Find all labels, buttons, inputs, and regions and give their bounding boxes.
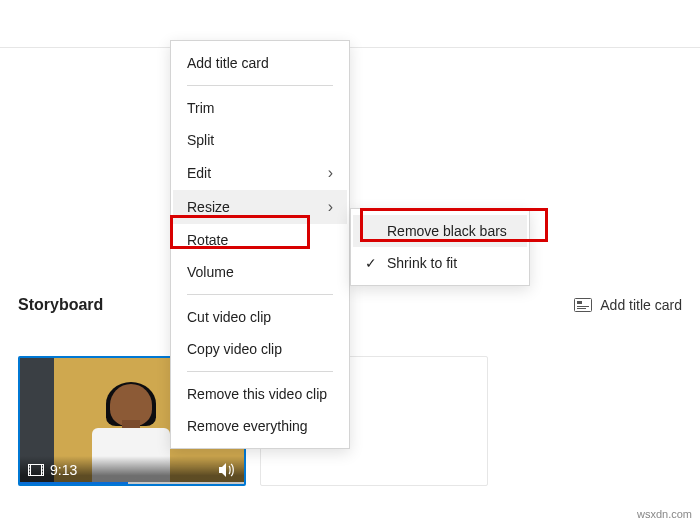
context-menu: Add title card Trim Split Edit › Resize … — [170, 40, 350, 449]
chevron-right-icon: › — [328, 164, 333, 182]
clip-overlay: 9:13 — [20, 456, 244, 484]
menu-item-split[interactable]: Split — [173, 124, 347, 156]
add-title-card-label: Add title card — [600, 297, 682, 313]
menu-item-label: Resize — [187, 199, 230, 215]
menu-separator — [187, 294, 333, 295]
menu-item-label: Split — [187, 132, 214, 148]
menu-item-label: Remove everything — [187, 418, 308, 434]
storyboard-header: Storyboard Add title card — [0, 284, 700, 322]
watermark: wsxdn.com — [637, 508, 692, 520]
resize-submenu: Remove black bars ✓ Shrink to fit — [350, 208, 530, 286]
title-card-icon — [574, 298, 592, 312]
clip-progress-track — [20, 482, 244, 486]
submenu-item-label: Remove black bars — [387, 223, 507, 239]
check-icon: ✓ — [365, 255, 379, 271]
menu-item-label: Add title card — [187, 55, 269, 71]
svg-rect-1 — [577, 301, 582, 304]
storyboard-title: Storyboard — [18, 296, 103, 314]
menu-item-label: Trim — [187, 100, 214, 116]
svg-rect-3 — [577, 308, 586, 309]
top-toolbar — [0, 0, 700, 48]
menu-item-label: Edit — [187, 165, 211, 181]
submenu-remove-black-bars[interactable]: Remove black bars — [353, 215, 527, 247]
add-title-card-button[interactable]: Add title card — [574, 297, 682, 313]
menu-item-label: Cut video clip — [187, 309, 271, 325]
film-icon — [28, 464, 44, 476]
menu-item-cut[interactable]: Cut video clip — [173, 301, 347, 333]
svg-rect-0 — [575, 299, 592, 312]
menu-separator — [187, 371, 333, 372]
menu-item-remove-clip[interactable]: Remove this video clip — [173, 378, 347, 410]
menu-item-label: Copy video clip — [187, 341, 282, 357]
menu-item-rotate[interactable]: Rotate — [173, 224, 347, 256]
menu-item-edit[interactable]: Edit › — [173, 156, 347, 190]
clip-duration: 9:13 — [50, 462, 77, 478]
chevron-right-icon: › — [328, 198, 333, 216]
menu-item-label: Volume — [187, 264, 234, 280]
menu-item-add-title-card[interactable]: Add title card — [173, 47, 347, 79]
clip-progress-fill — [20, 482, 128, 486]
menu-item-label: Remove this video clip — [187, 386, 327, 402]
submenu-shrink-to-fit[interactable]: ✓ Shrink to fit — [353, 247, 527, 279]
menu-item-remove-all[interactable]: Remove everything — [173, 410, 347, 442]
menu-item-trim[interactable]: Trim — [173, 92, 347, 124]
svg-rect-2 — [577, 306, 589, 307]
menu-separator — [187, 85, 333, 86]
menu-item-label: Rotate — [187, 232, 228, 248]
menu-item-resize[interactable]: Resize › — [173, 190, 347, 224]
menu-item-copy[interactable]: Copy video clip — [173, 333, 347, 365]
speaker-icon — [218, 462, 236, 478]
submenu-item-label: Shrink to fit — [387, 255, 457, 271]
clip-row: 9:13 — [0, 322, 700, 504]
menu-item-volume[interactable]: Volume — [173, 256, 347, 288]
